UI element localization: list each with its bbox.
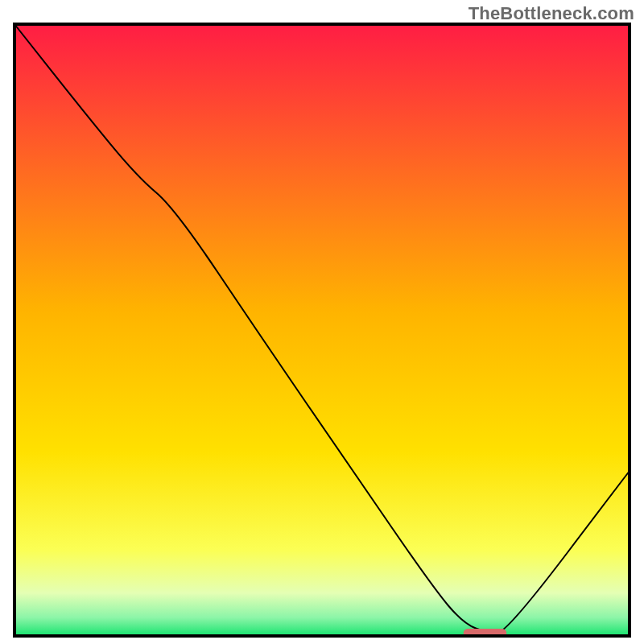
chart-svg [0,0,644,644]
bottleneck-chart: TheBottleneck.com [0,0,644,644]
watermark-text: TheBottleneck.com [469,3,634,24]
gradient-background [14,24,630,636]
